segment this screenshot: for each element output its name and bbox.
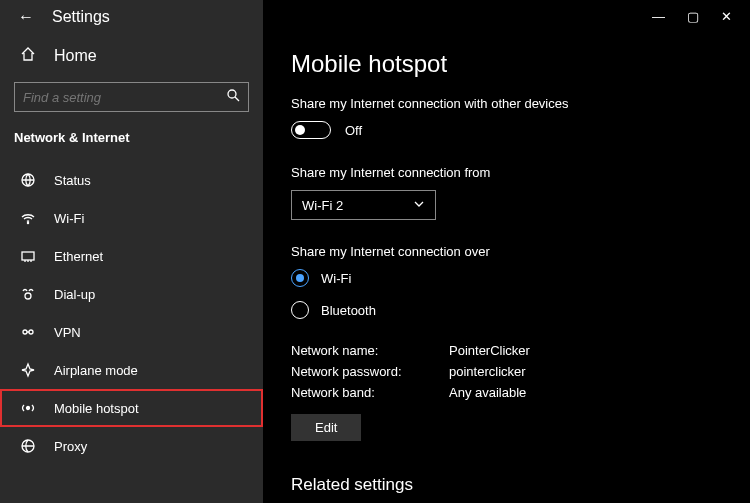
nav-label: Airplane mode bbox=[54, 363, 138, 378]
sidebar: ← Settings Home Network & Internet Statu… bbox=[0, 0, 263, 503]
page-title: Mobile hotspot bbox=[291, 50, 722, 78]
minimize-icon[interactable]: — bbox=[652, 9, 665, 24]
back-icon[interactable]: ← bbox=[18, 8, 34, 26]
nav-label: Wi-Fi bbox=[54, 211, 84, 226]
related-settings-heading: Related settings bbox=[291, 475, 722, 495]
app-title: Settings bbox=[52, 8, 110, 26]
proxy-icon bbox=[20, 438, 36, 454]
sidebar-item-airplane[interactable]: Airplane mode bbox=[0, 351, 263, 389]
hotspot-icon bbox=[20, 400, 36, 416]
window-controls: — ▢ ✕ bbox=[263, 0, 750, 32]
share-from-label: Share my Internet connection from bbox=[291, 165, 722, 180]
section-title: Network & Internet bbox=[0, 126, 263, 161]
toggle-state-label: Off bbox=[345, 123, 362, 138]
radio-icon bbox=[291, 301, 309, 319]
search-field[interactable] bbox=[23, 90, 203, 105]
svg-line-1 bbox=[235, 97, 239, 101]
edit-button[interactable]: Edit bbox=[291, 414, 361, 441]
sidebar-item-proxy[interactable]: Proxy bbox=[0, 427, 263, 465]
nav-label: Dial-up bbox=[54, 287, 95, 302]
network-band-value: Any available bbox=[449, 385, 722, 400]
share-toggle-row: Off bbox=[291, 121, 722, 139]
content: Mobile hotspot Share my Internet connect… bbox=[263, 32, 750, 495]
radio-wifi[interactable]: Wi-Fi bbox=[291, 269, 722, 287]
nav-list: Status Wi-Fi Ethernet Dial-up VPN Airpla… bbox=[0, 161, 263, 465]
nav-label: Ethernet bbox=[54, 249, 103, 264]
main-panel: — ▢ ✕ Mobile hotspot Share my Internet c… bbox=[263, 0, 750, 503]
sidebar-item-mobile-hotspot[interactable]: Mobile hotspot bbox=[0, 389, 263, 427]
radio-label: Wi-Fi bbox=[321, 271, 351, 286]
vpn-icon bbox=[20, 324, 36, 340]
sidebar-item-vpn[interactable]: VPN bbox=[0, 313, 263, 351]
ethernet-icon bbox=[20, 248, 36, 264]
svg-point-7 bbox=[29, 330, 33, 334]
share-over-label: Share my Internet connection over bbox=[291, 244, 722, 259]
svg-rect-4 bbox=[22, 252, 34, 260]
airplane-icon bbox=[20, 362, 36, 378]
share-from-dropdown[interactable]: Wi-Fi 2 bbox=[291, 190, 436, 220]
radio-bluetooth[interactable]: Bluetooth bbox=[291, 301, 722, 319]
network-band-label: Network band: bbox=[291, 385, 421, 400]
sidebar-item-wifi[interactable]: Wi-Fi bbox=[0, 199, 263, 237]
nav-label: VPN bbox=[54, 325, 81, 340]
radio-icon bbox=[291, 269, 309, 287]
home-nav[interactable]: Home bbox=[0, 38, 263, 78]
radio-label: Bluetooth bbox=[321, 303, 376, 318]
close-icon[interactable]: ✕ bbox=[721, 9, 732, 24]
home-label: Home bbox=[54, 47, 97, 65]
nav-label: Status bbox=[54, 173, 91, 188]
svg-point-0 bbox=[228, 90, 236, 98]
network-password-label: Network password: bbox=[291, 364, 421, 379]
share-toggle-label: Share my Internet connection with other … bbox=[291, 96, 722, 111]
share-toggle[interactable] bbox=[291, 121, 331, 139]
nav-label: Proxy bbox=[54, 439, 87, 454]
dialup-icon bbox=[20, 286, 36, 302]
network-password-value: pointerclicker bbox=[449, 364, 722, 379]
titlebar-left: ← Settings bbox=[0, 0, 263, 38]
svg-point-5 bbox=[25, 293, 31, 299]
svg-point-3 bbox=[27, 222, 28, 223]
maximize-icon[interactable]: ▢ bbox=[687, 9, 699, 24]
network-name-label: Network name: bbox=[291, 343, 421, 358]
sidebar-item-dialup[interactable]: Dial-up bbox=[0, 275, 263, 313]
wifi-icon bbox=[20, 210, 36, 226]
share-over-radio-group: Wi-Fi Bluetooth bbox=[291, 269, 722, 319]
network-info: Network name: PointerClicker Network pas… bbox=[291, 343, 722, 400]
search-input[interactable] bbox=[14, 82, 249, 112]
sidebar-item-ethernet[interactable]: Ethernet bbox=[0, 237, 263, 275]
svg-point-6 bbox=[23, 330, 27, 334]
chevron-down-icon bbox=[413, 198, 425, 213]
sidebar-item-status[interactable]: Status bbox=[0, 161, 263, 199]
svg-point-9 bbox=[27, 407, 30, 410]
network-name-value: PointerClicker bbox=[449, 343, 722, 358]
dropdown-value: Wi-Fi 2 bbox=[302, 198, 343, 213]
home-icon bbox=[20, 46, 36, 66]
nav-label: Mobile hotspot bbox=[54, 401, 139, 416]
search-icon bbox=[226, 88, 240, 106]
globe-icon bbox=[20, 172, 36, 188]
